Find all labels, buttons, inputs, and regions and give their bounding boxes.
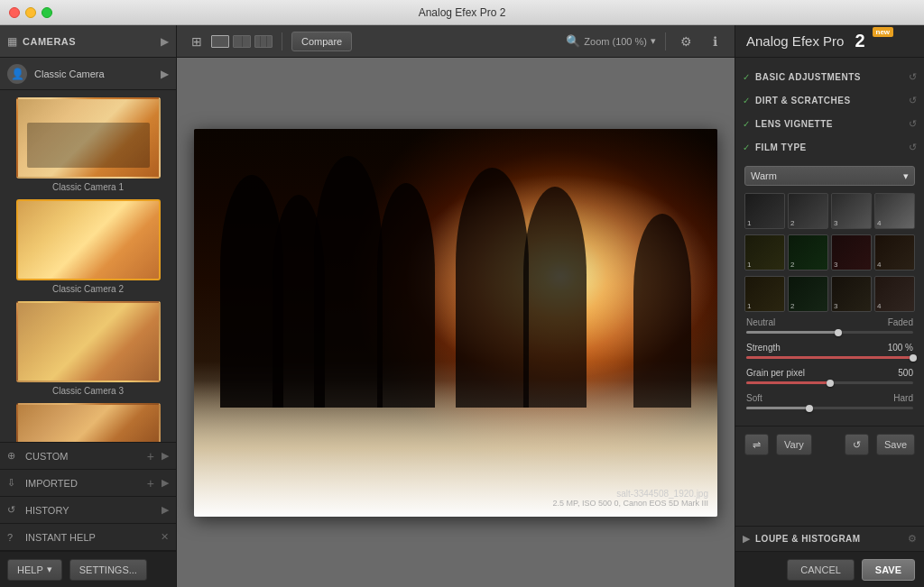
- compare-button[interactable]: Compare: [291, 32, 352, 51]
- shuffle-button[interactable]: ⇌: [744, 434, 769, 455]
- grain-track[interactable]: [746, 381, 913, 384]
- maximize-button[interactable]: [42, 7, 52, 18]
- film-grid-row3: 1 2 3 4: [744, 276, 915, 312]
- film-type-check: ✓: [743, 142, 750, 152]
- silhouette-5: [456, 168, 529, 408]
- help-icon: ?: [7, 532, 20, 543]
- help-close-icon[interactable]: ✕: [161, 531, 169, 543]
- film-thumb[interactable]: 2: [788, 276, 828, 312]
- history-icon: ↺: [7, 504, 20, 516]
- film-thumb-num: 1: [747, 302, 751, 310]
- single-view-icon[interactable]: [211, 35, 229, 48]
- lens-vignette-reset-icon[interactable]: ↺: [909, 118, 917, 130]
- right-panel-content: ✓ BASIC ADJUSTMENTS ↺ ✓ DIRT & SCRATCHES…: [735, 58, 924, 526]
- soft-hard-thumb[interactable]: [806, 405, 813, 412]
- expand-icon[interactable]: ▶: [161, 35, 169, 48]
- split-view-icon[interactable]: [233, 35, 251, 48]
- cancel-button[interactable]: CANCEL: [787, 559, 855, 581]
- zoom-control[interactable]: 🔍 Zoom (100 %) ▾: [566, 34, 656, 48]
- film-type-reset-icon[interactable]: ↺: [909, 142, 917, 153]
- preset-item[interactable]: Classic Camera 1: [7, 97, 169, 192]
- strength-track[interactable]: [746, 356, 913, 359]
- film-thumb-num: 1: [747, 261, 751, 269]
- preset-label: Classic Camera 2: [52, 284, 124, 294]
- soft-hard-track[interactable]: [746, 407, 913, 409]
- film-type-label: FILM TYPE: [755, 142, 903, 152]
- camera-icon: ▦: [7, 35, 17, 48]
- preset-item[interactable]: [7, 403, 169, 442]
- minimize-button[interactable]: [25, 7, 36, 18]
- close-button[interactable]: [9, 7, 20, 18]
- lens-vignette-header[interactable]: ✓ LENS VIGNETTE ↺: [735, 112, 924, 135]
- help-button[interactable]: HELP ▾: [7, 559, 62, 581]
- save-action-label: Save: [884, 439, 907, 450]
- left-panel: ▦ CAMERAS ▶ 👤 Classic Camera ▶ Classic C…: [0, 25, 177, 587]
- toolbar-separator-2: [665, 32, 666, 50]
- preset-item-selected[interactable]: Classic Camera 2: [7, 199, 169, 294]
- loupe-histogram-header[interactable]: ▶ LOUPE & HISTOGRAM ⚙: [735, 526, 924, 551]
- classic-camera-row[interactable]: 👤 Classic Camera ▶: [0, 58, 176, 90]
- history-section[interactable]: ↺ HISTORY ▶: [0, 497, 176, 524]
- film-thumb[interactable]: 4: [874, 234, 915, 271]
- undo-button[interactable]: ↺: [845, 434, 869, 455]
- dirt-scratches-header[interactable]: ✓ DIRT & SCRATCHES ↺: [735, 88, 924, 112]
- preset-item[interactable]: Classic Camera 3: [7, 301, 169, 396]
- imported-add-icon[interactable]: +: [147, 476, 154, 491]
- panel-sections: ⊕ CUSTOM + ▶ ⇩ IMPORTED + ▶ ↺ HISTORY ▶ …: [0, 442, 176, 551]
- film-thumb[interactable]: 1: [744, 193, 785, 229]
- side-view-icon[interactable]: [254, 35, 273, 48]
- imported-arrow-icon[interactable]: ▶: [162, 477, 169, 489]
- film-thumb[interactable]: 1: [744, 276, 785, 312]
- dirt-scratches-reset-icon[interactable]: ↺: [909, 95, 917, 106]
- neutral-faded-thumb[interactable]: [835, 329, 842, 336]
- shuffle-icon: ⇌: [753, 439, 761, 451]
- preset-thumb: [16, 301, 161, 382]
- film-thumb[interactable]: 4: [874, 276, 915, 312]
- settings-icon[interactable]: ⚙: [675, 31, 697, 52]
- film-thumb[interactable]: 3: [831, 193, 872, 229]
- basic-adjustments-header[interactable]: ✓ BASIC ADJUSTMENTS ↺: [735, 65, 924, 88]
- undo-icon: ↺: [853, 439, 861, 451]
- save-action-button[interactable]: Save: [876, 434, 915, 455]
- right-panel-footer: CANCEL SAVE: [735, 551, 924, 587]
- film-preset-selector: Warm ▾: [744, 166, 915, 186]
- center-panel: ⊞ Compare 🔍 Zoom (100 %) ▾: [177, 25, 735, 587]
- instant-help-label: INSTANT HELP: [25, 532, 155, 543]
- instant-help-section[interactable]: ? INSTANT HELP ✕: [0, 524, 176, 551]
- settings-button[interactable]: SETTINGS...: [69, 559, 147, 581]
- film-thumb[interactable]: 4: [874, 193, 915, 229]
- film-thumb-num: 3: [834, 261, 837, 269]
- film-thumb[interactable]: 2: [788, 193, 828, 229]
- image-caption: salt-3344508_1920.jpg 2.5 MP, ISO 500 0,…: [553, 489, 708, 508]
- grid-view-icon[interactable]: ⊞: [186, 31, 208, 52]
- title-bar: Analog Efex Pro 2: [0, 0, 924, 25]
- film-thumb[interactable]: 2: [788, 234, 828, 271]
- preset-label: Classic Camera 3: [52, 386, 124, 396]
- history-arrow-icon[interactable]: ▶: [162, 504, 169, 516]
- grain-thumb[interactable]: [827, 380, 834, 387]
- custom-arrow-icon[interactable]: ▶: [162, 450, 169, 462]
- film-thumb[interactable]: 1: [744, 234, 785, 271]
- info-icon[interactable]: ℹ: [704, 31, 725, 52]
- vary-button[interactable]: Vary: [776, 434, 812, 455]
- custom-add-icon[interactable]: +: [147, 449, 154, 463]
- faded-label: Faded: [888, 317, 913, 327]
- cameras-title: CAMERAS: [23, 36, 155, 47]
- neutral-faded-track[interactable]: [746, 331, 913, 334]
- film-thumb[interactable]: 3: [831, 234, 872, 271]
- film-type-header[interactable]: ✓ FILM TYPE ↺: [735, 135, 924, 159]
- traffic-lights: [9, 7, 52, 18]
- grain-labels: Grain per pixel 500: [746, 368, 913, 378]
- save-button[interactable]: SAVE: [862, 559, 915, 581]
- loupe-settings-icon[interactable]: ⚙: [908, 533, 917, 545]
- basic-adjustments-reset-icon[interactable]: ↺: [909, 71, 917, 83]
- custom-section[interactable]: ⊕ CUSTOM + ▶: [0, 443, 176, 470]
- preset-thumb: [16, 403, 161, 442]
- film-thumb[interactable]: 3: [831, 276, 872, 312]
- soft-hard-fill: [746, 407, 809, 409]
- film-thumb-num: 4: [877, 261, 881, 269]
- silhouette-4: [377, 183, 435, 408]
- imported-section[interactable]: ⇩ IMPORTED + ▶: [0, 470, 176, 497]
- film-preset-dropdown[interactable]: Warm ▾: [744, 166, 915, 186]
- strength-thumb[interactable]: [910, 354, 917, 362]
